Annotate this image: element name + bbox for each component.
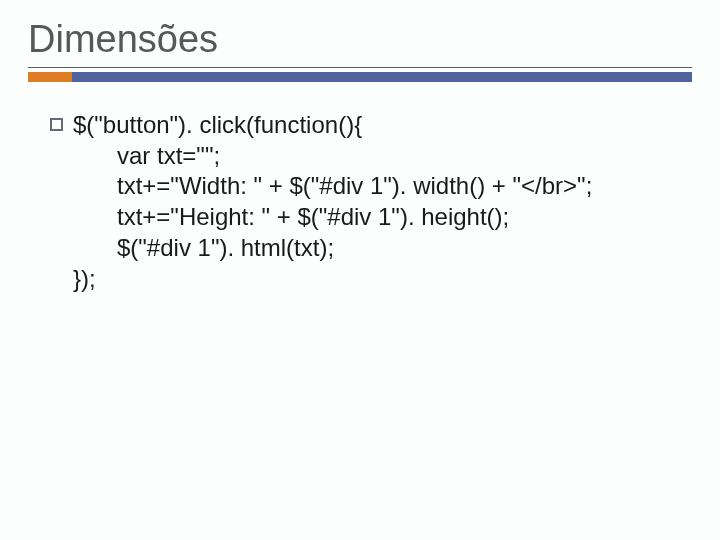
- slide: Dimensões $("button"). click(function(){…: [0, 0, 720, 540]
- rule-thick: [28, 72, 692, 82]
- bullet-square-icon: [50, 118, 63, 131]
- slide-body: $("button"). click(function(){ var txt="…: [28, 110, 692, 294]
- code-line: $("#div 1"). html(txt);: [73, 233, 592, 264]
- rule-accent-orange: [28, 72, 72, 82]
- title-rule: [28, 67, 692, 82]
- code-block: $("button"). click(function(){ var txt="…: [73, 110, 592, 294]
- code-line: txt+="Height: " + $("#div 1"). height();: [73, 202, 592, 233]
- code-line: txt+="Width: " + $("#div 1"). width() + …: [73, 171, 592, 202]
- code-line: var txt="";: [73, 141, 592, 172]
- slide-title: Dimensões: [28, 18, 692, 61]
- rule-thin: [28, 67, 692, 68]
- code-line: });: [73, 264, 592, 295]
- rule-accent-blue: [72, 72, 692, 82]
- code-line: $("button"). click(function(){: [73, 110, 592, 141]
- bullet-item: $("button"). click(function(){ var txt="…: [50, 110, 692, 294]
